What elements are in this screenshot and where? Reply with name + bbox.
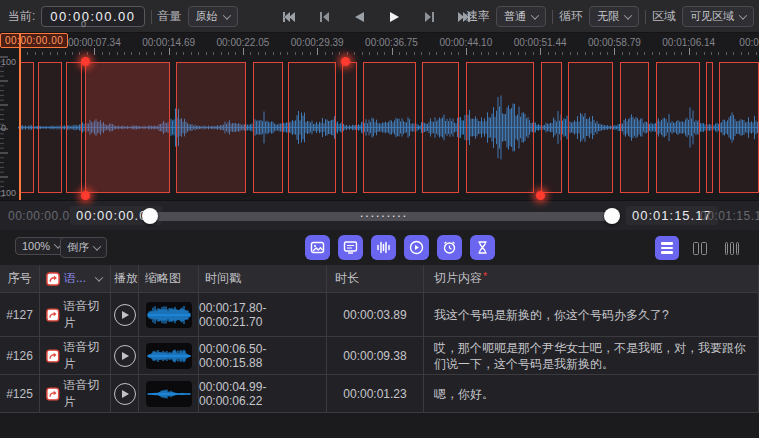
waveform-view[interactable]: 100 0 100 <box>0 55 759 200</box>
skip-to-start-button[interactable] <box>278 6 300 28</box>
region-value: 可见区域 <box>690 9 734 24</box>
segment-box[interactable] <box>85 62 170 193</box>
waveform-toggle-button[interactable] <box>371 235 396 260</box>
segment-box[interactable] <box>66 62 82 193</box>
clip-type: 语音切片 <box>40 293 111 337</box>
rate-value: 普通 <box>504 9 526 24</box>
autoplay-toggle-button[interactable] <box>404 235 429 260</box>
clip-type-label: 语音切片 <box>64 298 110 332</box>
segment-handle[interactable] <box>81 191 90 200</box>
clip-content[interactable]: 嗯，你好。 <box>424 375 759 413</box>
chevron-down-icon <box>739 11 747 19</box>
header-index: 序号 <box>0 265 40 293</box>
segment-handle[interactable] <box>81 57 90 66</box>
rate-dropdown[interactable]: 普通 <box>496 6 546 27</box>
zoom-value: 100% <box>22 240 50 252</box>
segment-box[interactable] <box>253 62 283 193</box>
current-time-label: 当前: <box>8 8 35 25</box>
list-toolbar: 100% 倒序 <box>0 230 759 265</box>
play-backward-button[interactable] <box>348 6 370 28</box>
header-play: 播放 <box>111 265 139 293</box>
segment-box[interactable] <box>422 62 459 193</box>
segment-box[interactable] <box>288 62 336 193</box>
segment-box[interactable] <box>568 62 613 193</box>
clip-content[interactable]: 哎，那个呃呃是那个尹华女士吧，不是我呃，对，我要跟你们说一下，这个号码是我新换的… <box>424 337 759 375</box>
play-clip-button[interactable] <box>114 345 136 367</box>
current-time-input[interactable]: 00:00:00.00 <box>41 6 144 27</box>
play-forward-button[interactable] <box>383 6 405 28</box>
table-row[interactable]: #125 语音切片 00:00:04.99-00:00:06.22 00:00:… <box>0 375 759 413</box>
volume-value: 原始 <box>196 9 218 24</box>
range-end-handle[interactable] <box>604 208 620 224</box>
header-content: 切片内容 * <box>424 265 759 293</box>
thumbnail-toggle-button[interactable] <box>305 235 330 260</box>
segment-handle[interactable] <box>536 191 545 200</box>
duration-toggle-button[interactable] <box>470 235 495 260</box>
header-content-label: 切片内容 <box>434 270 482 287</box>
region-dropdown[interactable]: 可见区域 <box>682 6 754 27</box>
tick-label: 00:00:22.05 <box>216 37 269 48</box>
segment-box[interactable] <box>20 62 34 193</box>
tick-label: 00:00:51.44 <box>514 37 567 48</box>
loop-dropdown[interactable]: 无限 <box>589 6 639 27</box>
clip-waveform-thumbnail <box>146 343 192 369</box>
segment-box[interactable] <box>342 62 357 193</box>
audio-annotation-app: 当前: 00:00:00.00 音量 原始 <box>0 0 759 438</box>
strip-view-button[interactable] <box>720 236 744 260</box>
previous-frame-button[interactable] <box>313 6 335 28</box>
segment-box[interactable] <box>706 62 713 193</box>
divider <box>151 10 152 24</box>
range-start-handle[interactable] <box>142 208 158 224</box>
tick-label: 00:01:13.5 <box>739 37 759 48</box>
columns-icon <box>693 242 699 255</box>
subtitle-toggle-button[interactable] <box>338 235 363 260</box>
playhead-time-badge: 00:00:00.00 <box>0 33 68 48</box>
clip-duration: 00:00:09.38 <box>327 337 424 375</box>
clip-duration: 00:00:03.89 <box>327 293 424 337</box>
loop-value: 无限 <box>597 9 619 24</box>
column-view-button[interactable] <box>688 236 712 260</box>
clip-type-label: 语音切片 <box>64 339 110 373</box>
timer-toggle-button[interactable] <box>437 235 462 260</box>
volume-dropdown[interactable]: 原始 <box>188 6 238 27</box>
hourglass-icon <box>475 240 490 255</box>
clip-duration: 00:00:01.23 <box>327 375 424 413</box>
clip-type: 语音切片 <box>40 375 111 413</box>
seek-track[interactable]: ......... <box>145 212 620 221</box>
segment-handle[interactable] <box>341 57 350 66</box>
time-ruler[interactable]: 00:00:00.00 00:00:07.3400:00:14.6900:00:… <box>0 33 759 55</box>
header-type-filter[interactable]: 语... <box>40 265 111 293</box>
tick-label: 00:00:07.34 <box>68 37 121 48</box>
segment-box[interactable] <box>719 62 759 193</box>
top-toolbar: 当前: 00:00:00.00 音量 原始 <box>0 0 759 33</box>
play-clip-button[interactable] <box>114 383 136 405</box>
segment-box[interactable] <box>363 62 416 193</box>
segment-box[interactable] <box>466 62 534 193</box>
range-start-readout: 00:00:00.00 <box>8 209 77 223</box>
segment-box[interactable] <box>656 62 700 193</box>
clip-timestamp: 00:00:04.99-00:00:06.22 <box>199 375 327 413</box>
play-clip-button[interactable] <box>114 304 136 326</box>
list-view-button[interactable] <box>655 236 679 260</box>
table-row[interactable]: #127 语音切片 00:00:17.80-00:00:21.70 00:00:… <box>0 293 759 337</box>
table-row[interactable]: #126 语音切片 00:00:06.50-00:00:15.88 00:00:… <box>0 337 759 375</box>
divider <box>552 10 553 24</box>
next-frame-button[interactable] <box>418 6 440 28</box>
seek-bar: 00:00:00.00 00:00:00.00 ......... 00:01:… <box>0 200 759 230</box>
chevron-down-icon <box>222 11 230 19</box>
chevron-down-icon <box>93 242 101 250</box>
segment-box[interactable] <box>620 62 649 193</box>
strips-icon <box>725 242 729 255</box>
clip-content[interactable]: 我这个号码是新换的，你这个号码办多久了? <box>424 293 759 337</box>
voice-clip-icon <box>46 308 60 322</box>
clip-type: 语音切片 <box>40 337 111 375</box>
segment-box[interactable] <box>38 62 62 193</box>
volume-label: 音量 <box>158 8 182 25</box>
playhead-line[interactable] <box>19 33 21 200</box>
segment-box[interactable] <box>176 62 246 193</box>
axis-label-zero: 0 <box>1 123 6 133</box>
clip-index: #127 <box>0 293 40 337</box>
sort-order-dropdown[interactable]: 倒序 <box>60 237 107 258</box>
segment-box[interactable] <box>541 62 562 193</box>
axis-label-bottom: 100 <box>1 188 16 198</box>
